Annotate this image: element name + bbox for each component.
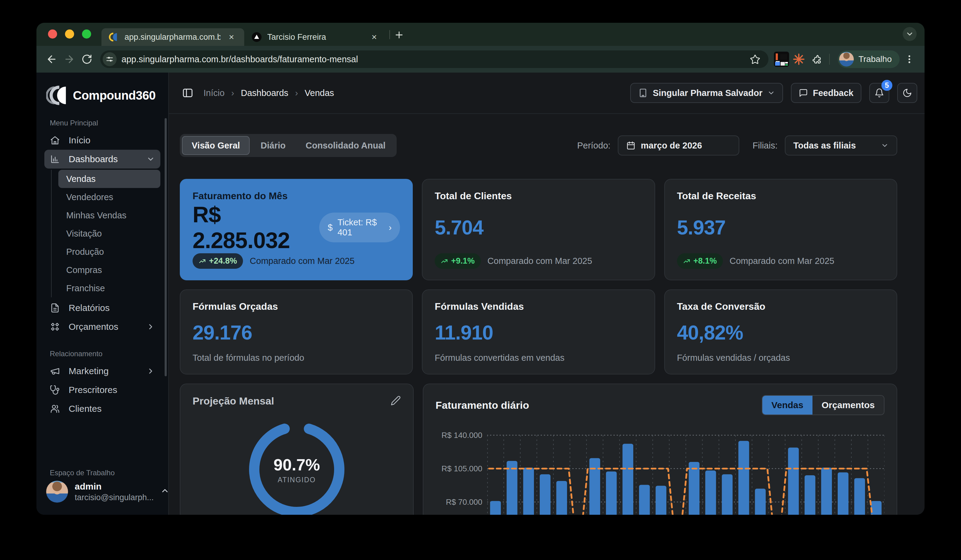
sidebar-item-relatorios[interactable]: Relatórios: [44, 298, 161, 317]
page-header: Início › Dashboards › Vendas Singular Ph…: [169, 72, 924, 114]
sidebar-subitem-visitacao[interactable]: Visitação: [58, 225, 161, 243]
tab-close-icon[interactable]: ×: [369, 32, 380, 43]
toggle-orcamentos[interactable]: Orçamentos: [813, 396, 884, 414]
zoom-window-button[interactable]: [82, 29, 91, 39]
kpi-value: 5.704: [435, 216, 483, 239]
period-label: Período:: [577, 141, 611, 151]
period-picker[interactable]: março de 2026: [618, 135, 739, 156]
sidebar-item-prescritores[interactable]: Prescritores: [44, 380, 161, 400]
trend-up-icon: [199, 258, 206, 265]
workspace-switcher[interactable]: Espaço de Trabalho admin tarcisio@singul…: [44, 455, 161, 502]
feedback-button[interactable]: Feedback: [791, 83, 861, 103]
tab-search-button[interactable]: [903, 27, 917, 41]
site-settings-icon[interactable]: [103, 52, 117, 66]
minimize-window-button[interactable]: [65, 29, 74, 39]
kpi-card-taxa-de-conversao: Taxa de Conversão 40,82% Fórmulas vendid…: [664, 289, 897, 374]
sidebar-item-inicio[interactable]: Início: [44, 131, 161, 150]
tab-visao-geral[interactable]: Visão Geral: [182, 136, 250, 155]
bar-chart: [487, 431, 884, 515]
user-avatar: [46, 481, 68, 502]
browser-tab-active[interactable]: app.singularpharma.com.br/d ×: [101, 28, 244, 46]
moon-icon: [902, 88, 912, 98]
dollar-icon: $: [328, 223, 333, 233]
trend-badge: +9.1%: [435, 253, 480, 269]
branch-select[interactable]: Todas as filiais: [785, 135, 897, 156]
projection-title: Projeção Mensal: [193, 395, 274, 407]
toggle-vendas[interactable]: Vendas: [762, 396, 813, 414]
dark-mode-toggle[interactable]: [897, 83, 917, 103]
starburst-extension-icon[interactable]: [791, 51, 807, 67]
period-value: março de 2026: [641, 141, 702, 151]
extensions-puzzle-icon[interactable]: [808, 51, 824, 67]
branch-label: Filiais:: [753, 141, 778, 151]
series-toggle: Vendas Orçamentos: [762, 395, 884, 415]
html-to-design-extension-icon[interactable]: [774, 51, 789, 67]
projection-donut: 90.7% ATINGIDO: [245, 418, 349, 515]
kpi-row: Faturamento do Mês R$ 2.285.032$Ticket: …: [180, 179, 897, 280]
sidebar-submenu: VendasVendedoresMinhas VendasVisitaçãoPr…: [51, 170, 161, 297]
org-selector-button[interactable]: Singular Pharma Salvador: [630, 83, 783, 103]
breadcrumb-item[interactable]: Vendas: [305, 88, 334, 98]
back-icon[interactable]: [44, 51, 59, 67]
breadcrumb-item[interactable]: Dashboards: [241, 88, 288, 98]
browser-menu-icon[interactable]: [902, 51, 917, 67]
sidebar-subitem-franchise[interactable]: Franchise: [58, 279, 161, 297]
chevron-down-icon: [881, 141, 889, 149]
kpi-value: 11.910: [435, 321, 493, 344]
tab-consolidado-anual[interactable]: Consolidado Anual: [296, 136, 395, 155]
kpi-row: Fórmulas Orçadas 29.176 Total de fórmula…: [180, 289, 897, 374]
close-window-button[interactable]: [48, 29, 57, 39]
breadcrumb-item[interactable]: Início: [204, 88, 225, 98]
kpi-card-total-de-receitas: Total de Receitas 5.937 +8.1%Comparado c…: [664, 179, 897, 280]
new-tab-button[interactable]: [392, 28, 406, 42]
sidebar-menu: Menu Principal Início DashboardsVendasVe…: [44, 105, 161, 418]
tab-diario[interactable]: Diário: [251, 136, 295, 155]
y-axis-tick: R$ 140.000: [442, 431, 482, 440]
notifications-button[interactable]: 5: [869, 83, 889, 103]
daily-revenue-card: Faturamento diário Vendas Orçamentos R$ …: [423, 383, 897, 515]
app-logo: Compound360: [44, 82, 161, 105]
kpi-value: 29.176: [193, 321, 252, 344]
filters-row: Visão Geral Diário Consolidado Anual Per…: [180, 134, 897, 157]
sidebar-subitem-vendedores[interactable]: Vendedores: [58, 188, 161, 206]
kpi-card-total-de-clientes: Total de Clientes 5.704 +9.1%Comparado c…: [422, 179, 655, 280]
sidebar-subitem-compras[interactable]: Compras: [58, 261, 161, 279]
forward-icon[interactable]: [61, 51, 77, 67]
feedback-label: Feedback: [813, 88, 853, 98]
kpi-title: Taxa de Conversão: [677, 301, 884, 312]
browser-window: app.singularpharma.com.br/d × Tarcisio F…: [37, 23, 924, 515]
y-axis-tick: R$ 105.000: [442, 464, 482, 473]
edit-pencil-icon[interactable]: [391, 395, 401, 407]
kpi-subtitle: Total de fórmulas no período: [193, 353, 304, 363]
url-text: app.singularpharma.com.br/dashboards/fat…: [122, 55, 742, 64]
calendar-icon: [626, 141, 635, 150]
kpi-title: Faturamento do Mês: [193, 190, 400, 202]
reload-icon[interactable]: [79, 51, 95, 67]
sidebar-subitem-vendas[interactable]: Vendas: [58, 170, 161, 188]
kpi-subtitle: Fórmulas convertidas em vendas: [435, 353, 564, 363]
sidebar-item-label: Orçamentos: [69, 322, 139, 332]
trend-badge: +24.8%: [193, 253, 243, 269]
browser-tab-inactive[interactable]: Tarcisio Ferreira ×: [244, 28, 387, 46]
org-selector-label: Singular Pharma Salvador: [653, 88, 762, 98]
chevron-right-icon: ›: [295, 88, 298, 98]
sidebar-item-orcamentos[interactable]: Orçamentos: [44, 317, 161, 336]
sidebar-subitem-producao[interactable]: Produção: [58, 243, 161, 261]
address-bar[interactable]: app.singularpharma.com.br/dashboards/fat…: [100, 50, 768, 68]
sidebar-subitem-minhas-vendas[interactable]: Minhas Vendas: [58, 206, 161, 225]
sidebar-scrollbar[interactable]: [165, 118, 167, 376]
y-axis-tick: R$ 70.000: [446, 497, 482, 507]
window-controls: [48, 29, 91, 39]
sidebar-item-dashboards[interactable]: Dashboards: [44, 150, 161, 168]
kpi-value: 40,82%: [677, 321, 743, 344]
kpi-card-formulas-vendidas: Fórmulas Vendidas 11.910 Fórmulas conver…: [422, 289, 655, 374]
tab-title: Tarcisio Ferreira: [267, 32, 363, 42]
app-logo-text: Compound360: [73, 89, 156, 102]
tab-close-icon[interactable]: ×: [226, 32, 237, 43]
sidebar-toggle-icon[interactable]: [180, 85, 196, 101]
sidebar-item-marketing[interactable]: Marketing: [44, 362, 161, 380]
bookmark-star-icon[interactable]: [747, 51, 763, 67]
sidebar-item-clientes[interactable]: Clientes: [44, 400, 161, 418]
browser-profile-chip[interactable]: Trabalho: [838, 50, 900, 68]
ticket-pill[interactable]: $Ticket: R$ 401›: [319, 213, 400, 242]
